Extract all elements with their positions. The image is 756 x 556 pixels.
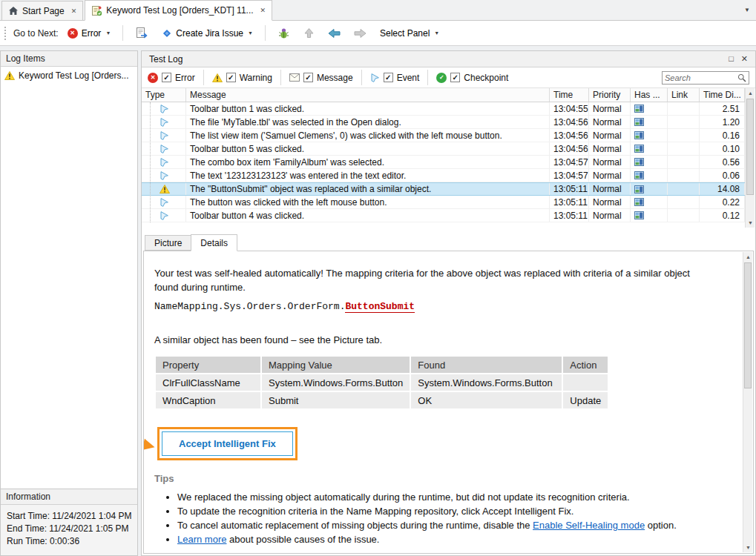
log-items-panel: Log Items Keyword Test Log [Orders... In… [0,50,138,556]
next-result-button[interactable] [349,25,371,42]
warning-icon [4,71,15,80]
log-row[interactable]: The button was clicked with the left mou… [142,196,745,209]
row-type-cell [142,116,186,128]
mapping-object-link[interactable]: ButtonSubmit [345,301,415,313]
filter-label: Event [397,73,420,83]
bug-tracking-button[interactable] [273,24,295,42]
tab-picture[interactable]: Picture [145,235,191,251]
annotation-arrow-icon [144,433,157,455]
column-header-message[interactable]: Message [186,88,550,102]
log-table-header-row: Type Message Time Priority Has ... Link … [142,88,745,102]
column-header-link[interactable]: Link [668,88,700,102]
log-row[interactable]: The list view item ('Samuel Clemens', 0)… [142,129,745,142]
scroll-up-icon[interactable]: ▲ [746,88,755,98]
tab-label: Keyword Test Log [Orders_KDT] 11... [106,5,253,16]
filter-event[interactable]: ✓ Event [370,73,420,83]
log-row[interactable]: Toolbar button 1 was clicked.13:04:55Nor… [142,102,745,116]
go-to-next-error-button[interactable]: ✕ Error ▼ [63,25,116,42]
row-time-diff: 0.16 [700,129,745,142]
log-rows: Toolbar button 1 was clicked.13:04:55Nor… [142,102,755,222]
similar-object-note: A similar object has been found – see th… [154,334,712,345]
log-row[interactable]: The text '123123123123' was entered in t… [142,169,745,182]
filter-error[interactable]: ✕ ✓ Error [148,73,195,83]
log-row[interactable]: The "ButtonSubmit" object was replaced w… [142,182,745,196]
filter-label: Warning [240,73,272,83]
accept-intelligent-fix-button[interactable]: Accept Intelligent Fix [162,431,293,456]
scroll-thumb[interactable] [746,99,754,195]
log-scrollbar[interactable]: ▲ ▼ [745,88,755,228]
select-panel-button[interactable]: Select Panel ▼ [375,25,444,42]
picture-icon [634,211,644,219]
previous-result-button[interactable] [323,25,345,42]
column-header-type[interactable]: Type [142,88,186,102]
checkpoint-checkbox[interactable]: ✓ [450,73,460,82]
column-header-has-picture[interactable]: Has ... [631,88,668,102]
close-panel-icon[interactable]: ✕ [741,54,748,64]
column-header-time-diff[interactable]: Time Di... [700,88,745,102]
event-checkbox[interactable]: ✓ [384,73,393,82]
row-message: Toolbar button 4 was clicked. [186,209,550,222]
error-checkbox[interactable]: ✓ [162,73,171,82]
caret-down-icon: ▼ [105,30,111,36]
row-has-picture [631,102,668,115]
row-priority: Normal [589,169,631,182]
picture-icon [634,131,644,139]
warning-checkbox[interactable]: ✓ [226,73,236,82]
row-time: 13:04:56 [550,116,589,128]
scroll-thumb[interactable] [744,262,752,388]
create-jira-issue-button[interactable]: Create Jira Issue ▼ [157,25,257,42]
test-log-header: Test Log □ ✕ [142,51,755,67]
filter-message[interactable]: ✓ Message [289,73,353,83]
left-arrow-icon [328,28,341,39]
scroll-down-icon[interactable]: ▼ [746,218,755,228]
filter-separator [361,70,362,85]
issue-document-icon [135,27,148,39]
log-filter-bar: ✕ ✓ Error ✓ Warning ✓ [142,67,755,88]
close-icon[interactable]: ✕ [71,7,77,15]
learn-more-link[interactable]: Learn more [177,534,226,545]
row-priority: Normal [589,129,631,142]
tip-text: We replaced the missing object automatic… [177,492,630,503]
information-header: Information [1,489,137,505]
cell-action[interactable]: Update [562,391,608,409]
column-header-time[interactable]: Time [550,88,589,102]
event-icon [370,73,380,82]
row-link [668,102,700,115]
picture-icon [634,105,644,113]
picture-icon [634,145,644,153]
row-priority: Normal [589,196,631,208]
column-header-priority[interactable]: Priority [589,88,631,102]
picture-icon [634,185,644,193]
start-time: Start Time: 11/24/2021 1:04 PM [7,510,131,523]
float-panel-icon[interactable]: □ [729,54,734,64]
tab-list-caret-icon[interactable]: ▼ [744,7,750,13]
bug-icon [277,27,290,39]
toolbar-grip[interactable] [4,27,7,40]
filter-label: Message [317,73,353,83]
log-items-tree-item[interactable]: Keyword Test Log [Orders... [1,67,137,85]
toolbar-separator [265,25,266,41]
mapping-path: NameMapping.Sys.Orders.OrderForm.ButtonS… [154,301,712,312]
log-row[interactable]: Toolbar button 5 was clicked.13:04:56Nor… [142,142,745,156]
create-issue-template-button[interactable] [131,24,153,42]
error-x-glyph: ✕ [151,75,156,81]
filter-separator [280,70,281,85]
tab-keyword-test-log[interactable]: Keyword Test Log [Orders_KDT] 11... ✕ [85,0,272,21]
tab-start-page[interactable]: Start Page ✕ [1,1,83,20]
filter-checkpoint[interactable]: ✓ ✓ Checkpoint [436,73,508,83]
details-scrollbar[interactable]: ▲ ▼ [743,252,752,552]
up-one-level-button[interactable] [299,24,319,42]
message-checkbox[interactable]: ✓ [303,73,313,82]
filter-separator [427,70,428,85]
scroll-down-icon[interactable]: ▼ [743,543,753,552]
scroll-up-icon[interactable]: ▲ [743,252,753,262]
tab-details[interactable]: Details [191,234,237,251]
filter-warning[interactable]: ✓ Warning [212,73,272,83]
close-icon[interactable]: ✕ [260,7,266,14]
log-row[interactable]: The combo box item 'FamilyAlbum' was sel… [142,156,745,169]
row-message: The button was clicked with the left mou… [186,196,550,208]
log-row[interactable]: The file 'MyTable.tbl' was selected in t… [142,116,745,129]
search-input[interactable] [665,73,737,82]
log-row[interactable]: Toolbar button 4 was clicked.13:05:11Nor… [142,209,745,222]
enable-self-healing-link[interactable]: Enable Self-Healing mode [533,520,645,531]
